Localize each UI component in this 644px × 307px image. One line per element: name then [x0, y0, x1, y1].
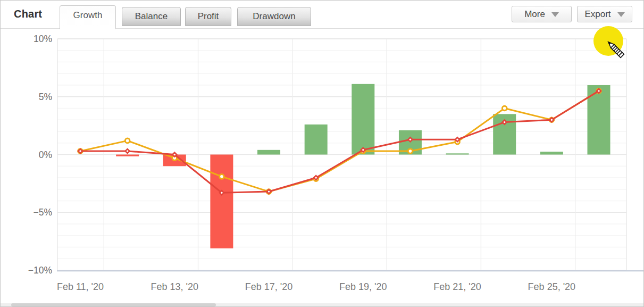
bar-feb-21 [446, 153, 469, 154]
y-tick-label: 10% [34, 34, 52, 44]
bar-feb-18 [305, 125, 328, 155]
marker-circle [220, 175, 224, 179]
chevron-down-icon [617, 12, 625, 17]
y-tick-label: −10% [28, 265, 52, 276]
x-tick-label: Feb 21, '20 [433, 281, 481, 292]
bar-feb-12 [116, 155, 139, 156]
tab-growth[interactable]: Growth [60, 5, 116, 29]
x-tick-label: Feb 25, '20 [528, 281, 576, 292]
tab-balance[interactable]: Balance [122, 7, 181, 26]
x-tick-label: Feb 17, '20 [245, 281, 293, 292]
y-tick-label: −5% [33, 207, 52, 218]
tab-profit[interactable]: Profit [185, 7, 231, 26]
bar-feb-19 [352, 84, 374, 155]
pencil-cursor-icon [600, 34, 632, 65]
x-tick-label: Feb 19, '20 [339, 281, 387, 292]
export-button[interactable]: Export [577, 6, 632, 22]
bar-feb-17 [257, 150, 280, 155]
more-button-label: More [524, 9, 545, 20]
marker-circle [502, 106, 507, 111]
bar-feb-25 [540, 152, 563, 154]
page-title: Chart [14, 8, 42, 20]
marker-circle [125, 138, 130, 143]
bar-feb-14 [210, 155, 233, 248]
chart-header: Chart Growth Balance Profit Drawdown Mor… [1, 1, 643, 29]
export-button-label: Export [584, 9, 610, 20]
chart-window: 10%5%0%−5%−10%Feb 11, '20Feb 13, '20Feb … [0, 0, 644, 307]
horizontal-scrollbar-thumb[interactable] [11, 303, 216, 306]
y-tick-label: 0% [39, 150, 52, 160]
x-axis-labels: Feb 11, '20Feb 13, '20Feb 17, '20Feb 19,… [57, 281, 575, 292]
marker-circle [408, 149, 413, 154]
x-tick-label: Feb 11, '20 [57, 281, 104, 292]
growth-chart: 10%5%0%−5%−10%Feb 11, '20Feb 13, '20Feb … [1, 1, 643, 306]
tab-drawdown[interactable]: Drawdown [237, 7, 311, 26]
more-button[interactable]: More [512, 6, 572, 22]
growth-line-red [77, 88, 602, 196]
x-tick-label: Feb 13, '20 [151, 281, 199, 292]
growth-line-yellow [78, 89, 601, 194]
y-axis-labels: 10%5%0%−5%−10% [28, 34, 52, 276]
y-tick-label: 5% [39, 92, 52, 102]
chevron-down-icon [551, 12, 559, 17]
